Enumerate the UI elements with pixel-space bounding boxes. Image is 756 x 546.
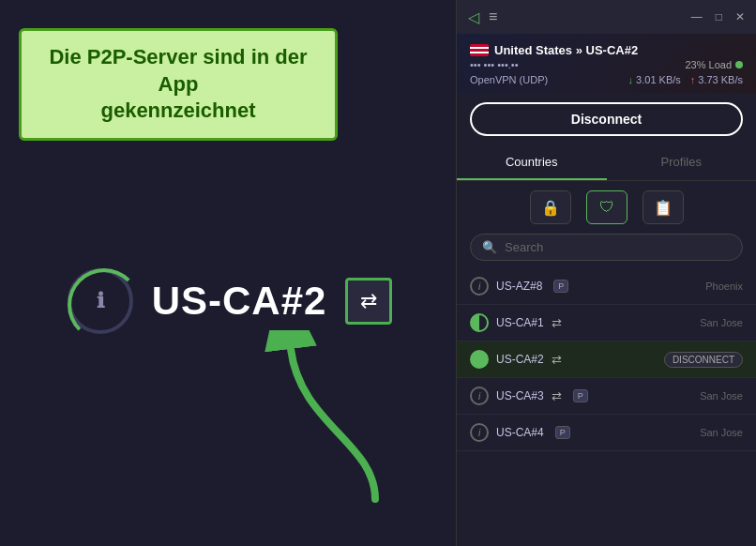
tab-countries-label: Countries bbox=[506, 155, 558, 169]
tab-profiles-label: Profiles bbox=[661, 155, 702, 169]
status-circle: i bbox=[470, 277, 489, 296]
vpn-logo-icon: ◁ bbox=[468, 8, 479, 26]
right-panel: ◁ ≡ — □ ✕ United States » US-CA#2 ••• ••… bbox=[456, 0, 756, 546]
status-circle: i bbox=[470, 423, 489, 442]
search-row: 🔍 Search bbox=[457, 234, 756, 268]
lock-icon: 🔒 bbox=[541, 199, 560, 217]
green-arrow bbox=[244, 330, 394, 518]
upload-speed: ↑ 3.73 KB/s bbox=[690, 74, 743, 85]
server-item-left: i US-AZ#8 P bbox=[470, 277, 705, 296]
swap-icon: ⇄ bbox=[360, 289, 377, 313]
server-item-left: i US-CA#4 P bbox=[470, 423, 700, 442]
server-id: US-CA#1 bbox=[496, 316, 544, 329]
filter-row: 🔒 🛡 📋 bbox=[457, 181, 756, 234]
tab-countries[interactable]: Countries bbox=[457, 145, 607, 180]
server-id: US-AZ#8 bbox=[496, 280, 542, 293]
swap-icon-box[interactable]: ⇄ bbox=[345, 278, 392, 325]
load-info: 23% Load bbox=[685, 59, 743, 70]
stats-row: OpenVPN (UDP) ↓ 3.01 KB/s ↑ 3.73 KB/s bbox=[470, 74, 743, 85]
list-item-connected[interactable]: US-CA#2 ⇄ DISCONNECT bbox=[457, 341, 756, 378]
annotation-text: Die P2P-Server sind in der App gekennzei… bbox=[40, 44, 316, 125]
tab-profiles[interactable]: Profiles bbox=[607, 145, 757, 180]
search-icon: 🔍 bbox=[482, 240, 497, 254]
tabs-row: Countries Profiles bbox=[457, 145, 756, 181]
server-text: US-CA#2 bbox=[586, 43, 639, 57]
load-percent: 23% Load bbox=[685, 59, 732, 70]
server-location: Phoenix bbox=[705, 281, 743, 292]
search-box[interactable]: 🔍 Search bbox=[470, 234, 743, 261]
connection-location: United States » US-CA#2 bbox=[470, 43, 743, 57]
server-id: US-CA#4 bbox=[496, 426, 544, 439]
server-location: San Jose bbox=[700, 390, 743, 402]
filter-all-button[interactable]: 🔒 bbox=[530, 190, 571, 224]
list-item[interactable]: US-CA#1 ⇄ San Jose bbox=[457, 305, 756, 341]
server-location: San Jose bbox=[700, 427, 743, 438]
status-circle: i bbox=[470, 387, 489, 405]
server-item-left: US-CA#2 ⇄ bbox=[470, 350, 664, 369]
server-name-display: US-CA#2 bbox=[152, 279, 327, 324]
server-item-left: US-CA#1 ⇄ bbox=[470, 313, 700, 332]
swap-icon-badge: ⇄ bbox=[552, 353, 562, 367]
upload-icon: ↑ bbox=[690, 74, 696, 85]
title-bar: ◁ ≡ — □ ✕ bbox=[457, 0, 756, 34]
minimize-button[interactable]: — bbox=[691, 10, 703, 23]
info-icon: ℹ bbox=[97, 289, 104, 313]
filter-p2p-button[interactable]: 🛡 bbox=[586, 190, 627, 224]
upload-value: 3.73 KB/s bbox=[698, 74, 743, 85]
info-icon-small: i bbox=[478, 428, 480, 438]
server-id: US-CA#3 bbox=[496, 389, 544, 402]
p2p-badge: P bbox=[573, 389, 588, 402]
title-bar-left: ◁ ≡ bbox=[468, 8, 497, 26]
server-icon: 📋 bbox=[654, 199, 673, 217]
connection-ip: ••• ••• •••.•• bbox=[470, 59, 519, 70]
shield-icon: 🛡 bbox=[599, 199, 614, 216]
server-list: i US-AZ#8 P Phoenix US-CA#1 ⇄ San Jose U… bbox=[457, 268, 756, 546]
disconnect-button[interactable]: Disconnect bbox=[470, 102, 743, 136]
load-row: ••• ••• •••.•• 23% Load bbox=[470, 59, 743, 70]
title-bar-right: — □ ✕ bbox=[691, 10, 745, 23]
list-item[interactable]: i US-CA#4 P San Jose bbox=[457, 415, 756, 451]
left-panel: Die P2P-Server sind in der App gekennzei… bbox=[0, 0, 460, 546]
connection-header: United States » US-CA#2 ••• ••• •••.•• 2… bbox=[457, 34, 756, 93]
country-text: United States bbox=[494, 43, 572, 57]
p2p-badge: P bbox=[555, 426, 570, 439]
close-button[interactable]: ✕ bbox=[735, 10, 745, 23]
server-location: San Jose bbox=[700, 317, 743, 328]
download-speed: ↓ 3.01 KB/s bbox=[628, 74, 681, 85]
swap-icon-badge: ⇄ bbox=[552, 389, 562, 403]
disconnect-badge[interactable]: DISCONNECT bbox=[664, 352, 743, 368]
connection-country: United States » US-CA#2 bbox=[494, 43, 638, 57]
status-circle bbox=[470, 313, 489, 332]
annotation-line2: gekennzeichnet bbox=[100, 99, 255, 122]
info-circle[interactable]: ℹ bbox=[68, 268, 133, 334]
server-display: ℹ US-CA#2 ⇄ bbox=[68, 268, 393, 334]
maximize-button[interactable]: □ bbox=[716, 10, 722, 23]
separator: » bbox=[576, 43, 586, 57]
load-dot-icon bbox=[735, 61, 743, 68]
download-value: 3.01 KB/s bbox=[636, 74, 681, 85]
hamburger-icon[interactable]: ≡ bbox=[489, 8, 497, 25]
annotation-line1: Die P2P-Server sind in der App bbox=[49, 45, 307, 96]
annotation-box: Die P2P-Server sind in der App gekennzei… bbox=[19, 28, 338, 141]
us-flag-icon bbox=[470, 44, 489, 56]
search-input[interactable]: Search bbox=[505, 240, 731, 254]
info-icon-small: i bbox=[478, 281, 480, 292]
download-icon: ↓ bbox=[628, 74, 634, 85]
filter-onion-button[interactable]: 📋 bbox=[643, 190, 684, 224]
info-icon-small: i bbox=[478, 391, 480, 402]
p2p-badge: P bbox=[553, 280, 568, 293]
protocol-label: OpenVPN (UDP) bbox=[470, 74, 548, 85]
speed-info: ↓ 3.01 KB/s ↑ 3.73 KB/s bbox=[628, 74, 743, 85]
list-item[interactable]: i US-AZ#8 P Phoenix bbox=[457, 268, 756, 305]
server-id: US-CA#2 bbox=[496, 353, 544, 366]
server-item-left: i US-CA#3 ⇄ P bbox=[470, 387, 700, 405]
swap-icon-badge: ⇄ bbox=[552, 316, 562, 330]
list-item[interactable]: i US-CA#3 ⇄ P San Jose bbox=[457, 378, 756, 415]
status-circle-connected bbox=[470, 350, 489, 369]
